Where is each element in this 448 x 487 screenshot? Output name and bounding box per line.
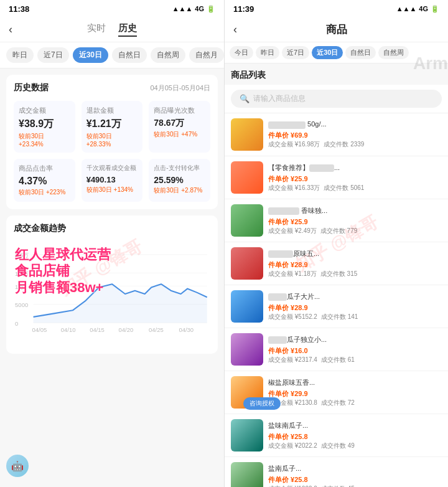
search-input-container[interactable]: 🔍 请输入商品信息 bbox=[231, 90, 442, 108]
list-item[interactable]: 椒盐原味五香... 件单价 ¥29.9 成交金额 ¥2130.8 成交件数 72… bbox=[225, 371, 448, 414]
list-item[interactable]: 50g/... 件单价 ¥69.9 成交金额 ¥16.98万 成交件数 2339 bbox=[225, 113, 448, 156]
right-filter-natural-day[interactable]: 自然日 bbox=[345, 46, 376, 59]
metric-cpm-label: 千次观看成交金额 bbox=[86, 164, 138, 173]
filter-7days[interactable]: 近7日 bbox=[37, 47, 69, 63]
product-thumbnail bbox=[231, 462, 263, 487]
list-item[interactable]: 原味五... 件单价 ¥28.9 成交金额 ¥1.18万 成交件数 315 bbox=[225, 242, 448, 285]
history-card-title: 历史数据 bbox=[14, 82, 49, 93]
metric-cvr-change: 较前30日 +2.87% bbox=[154, 186, 205, 195]
filter-yesterday[interactable]: 昨日 bbox=[6, 47, 34, 63]
right-filter-yesterday[interactable]: 昨日 bbox=[256, 46, 279, 59]
trade-amount: 成交金额 ¥1900.0 bbox=[268, 485, 317, 488]
left-back-button[interactable]: ‹ bbox=[9, 23, 12, 36]
product-thumbnail bbox=[231, 290, 263, 323]
list-item[interactable]: 瓜子独立小... 件单价 ¥16.0 成交金额 ¥2317.4 成交件数 61 bbox=[225, 328, 448, 371]
product-price-row: 件单价 ¥25.8 bbox=[268, 432, 442, 442]
svg-text:04/20: 04/20 bbox=[119, 326, 134, 333]
product-stats-row: 成交金额 ¥2.49万 成交件数 779 bbox=[268, 227, 442, 235]
product-name: 瓜子独立小... bbox=[268, 335, 442, 344]
left-filter-bar: 昨日 近7日 近30日 自然日 自然周 自然月 bbox=[0, 42, 224, 69]
product-name: 原味五... bbox=[268, 249, 442, 258]
chat-button[interactable]: 咨询授权 bbox=[243, 397, 281, 410]
metric-ctr-change: 较前30日 +223% bbox=[19, 188, 70, 197]
metric-refund: 退款金额 ¥1.21万 较前30日 +28.33% bbox=[82, 101, 143, 153]
product-price-row: 件单价 ¥29.9 bbox=[268, 389, 442, 399]
svg-text:04/10: 04/10 bbox=[61, 326, 76, 333]
trade-amount: 成交金额 ¥2022.2 bbox=[268, 442, 317, 450]
product-stats-row: 成交金额 ¥16.98万 成交件数 2339 bbox=[268, 140, 442, 149]
trade-amount: 成交金额 ¥2.49万 bbox=[268, 227, 317, 235]
product-price-row: 件单价 ¥28.9 bbox=[268, 303, 442, 313]
filter-natural-day[interactable]: 自然日 bbox=[112, 47, 147, 63]
network-label: 4G bbox=[195, 5, 204, 12]
left-nav-bar: ‹ 实时 历史 bbox=[0, 17, 224, 42]
list-item[interactable]: 【零食推荐】... 件单价 ¥25.9 成交金额 ¥16.33万 成交件数 50… bbox=[225, 156, 448, 199]
right-filter-today[interactable]: 今日 bbox=[230, 46, 253, 59]
metric-refund-label: 退款金额 bbox=[86, 106, 138, 115]
product-name: 瓜子大片... bbox=[268, 292, 442, 301]
right-filter-7days[interactable]: 近7日 bbox=[282, 46, 309, 59]
product-info: 原味五... 件单价 ¥28.9 成交金额 ¥1.18万 成交件数 315 bbox=[268, 249, 442, 278]
list-item[interactable]: 瓜子大片... 件单价 ¥28.9 成交金额 ¥5152.2 成交件数 141 bbox=[225, 285, 448, 328]
svg-text:04/15: 04/15 bbox=[90, 326, 105, 333]
trade-orders: 成交件数 779 bbox=[320, 227, 357, 235]
unit-price: 件单价 ¥25.9 bbox=[268, 217, 308, 227]
trade-amount: 成交金额 ¥5152.2 bbox=[268, 313, 317, 321]
list-item[interactable]: 盐味南瓜子... 件单价 ¥25.8 成交金额 ¥2022.2 成交件数 49 bbox=[225, 414, 448, 457]
product-name: 香味独... bbox=[268, 206, 442, 215]
product-info: 【零食推荐】... 件单价 ¥25.9 成交金额 ¥16.33万 成交件数 50… bbox=[268, 163, 442, 192]
history-date-range: 04月05日-05月04日 bbox=[150, 83, 210, 93]
left-avatar[interactable]: 🤖 bbox=[6, 455, 29, 477]
right-status-icons: ▲▲▲ 4G 🔋 bbox=[396, 5, 439, 13]
product-thumbnail bbox=[231, 118, 263, 151]
product-name: 盐味南瓜子... bbox=[268, 421, 442, 430]
metric-refund-value: ¥1.21万 bbox=[86, 118, 138, 131]
right-back-button[interactable]: ‹ bbox=[233, 23, 237, 36]
product-stats-row: 成交金额 ¥2317.4 成交件数 61 bbox=[268, 356, 442, 364]
trade-amount: 成交金额 ¥16.33万 bbox=[268, 184, 320, 192]
product-stats-row: 成交金额 ¥2022.2 成交件数 49 bbox=[268, 442, 442, 450]
list-item[interactable]: 香味独... 件单价 ¥25.9 成交金额 ¥2.49万 成交件数 779 bbox=[225, 199, 448, 242]
filter-30days[interactable]: 近30日 bbox=[73, 47, 108, 63]
product-thumbnail bbox=[231, 247, 263, 280]
product-thumbnail bbox=[231, 419, 263, 452]
list-item[interactable]: 盐南瓜子... 件单价 ¥25.8 成交金额 ¥1900.0 成交件数 45 bbox=[225, 457, 448, 487]
right-filter-30days[interactable]: 近30日 bbox=[312, 46, 343, 59]
product-stats-row: 成交金额 ¥1900.0 成交件数 45 bbox=[268, 485, 442, 488]
unit-price: 件单价 ¥25.8 bbox=[268, 475, 308, 485]
unit-price: 件单价 ¥25.9 bbox=[268, 174, 308, 184]
svg-text:04/05: 04/05 bbox=[32, 326, 47, 333]
filter-natural-month[interactable]: 自然月 bbox=[189, 47, 224, 63]
svg-text:04/25: 04/25 bbox=[149, 326, 164, 333]
right-nav-bar: ‹ 商品 bbox=[225, 17, 448, 42]
unit-price: 件单价 ¥28.9 bbox=[268, 260, 308, 270]
trade-amount: 成交金额 ¥2317.4 bbox=[268, 356, 317, 364]
product-info: 盐味南瓜子... 件单价 ¥25.8 成交金额 ¥2022.2 成交件数 49 bbox=[268, 421, 442, 450]
tab-history[interactable]: 历史 bbox=[118, 22, 137, 37]
product-price-row: 件单价 ¥25.9 bbox=[268, 174, 442, 184]
product-name: 50g/... bbox=[268, 120, 442, 128]
filter-natural-week[interactable]: 自然周 bbox=[151, 47, 185, 63]
right-filter-natural-week[interactable]: 自然周 bbox=[378, 46, 409, 59]
svg-text:5000: 5000 bbox=[15, 301, 28, 308]
unit-price: 件单价 ¥25.8 bbox=[268, 432, 308, 442]
chart-card: 成交金额趋势 红人星球代运营 食品店铺 月销售额38w+ 2.5万 1.5万 1… bbox=[6, 215, 218, 354]
metric-refund-change: 较前30日 +28.33% bbox=[86, 132, 138, 148]
metric-gmv: 成交金额 ¥38.9万 较前30日 +23.34% bbox=[14, 101, 75, 153]
product-price-row: 件单价 ¥28.9 bbox=[268, 260, 442, 270]
product-stats-row: 成交金额 ¥16.33万 成交件数 5061 bbox=[268, 184, 442, 192]
product-name: 盐南瓜子... bbox=[268, 464, 442, 473]
left-status-bar: 11:38 ▲▲▲ 4G 🔋 bbox=[0, 0, 224, 17]
tab-realtime[interactable]: 实时 bbox=[87, 22, 106, 37]
product-stats-row: 成交金额 ¥1.18万 成交件数 315 bbox=[268, 270, 442, 278]
product-stats-row: 成交金额 ¥5152.2 成交件数 141 bbox=[268, 313, 442, 321]
left-content: 历史数据 04月05日-05月04日 成交金额 ¥38.9万 较前30日 +23… bbox=[0, 69, 224, 487]
history-data-card: 历史数据 04月05日-05月04日 成交金额 ¥38.9万 较前30日 +23… bbox=[6, 75, 218, 209]
product-info: 盐南瓜子... 件单价 ¥25.8 成交金额 ¥1900.0 成交件数 45 bbox=[268, 464, 442, 488]
battery-icon: 🔋 bbox=[207, 5, 215, 13]
product-list-title: 商品列表 bbox=[225, 64, 448, 85]
metric-exposure-label: 商品曝光次数 bbox=[154, 106, 205, 115]
metric-exposure-value: 78.67万 bbox=[154, 118, 205, 129]
product-info: 瓜子独立小... 件单价 ¥16.0 成交金额 ¥2317.4 成交件数 61 bbox=[268, 335, 442, 364]
trade-orders: 成交件数 72 bbox=[321, 399, 355, 407]
